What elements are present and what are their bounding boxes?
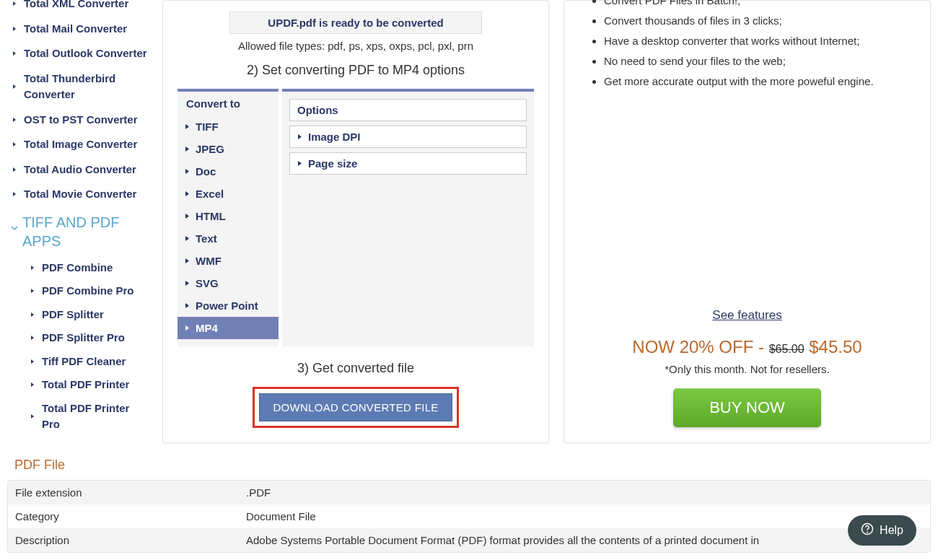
sidebar-item-label: Total Audio Converter	[24, 162, 136, 178]
format-label: HTML	[196, 210, 226, 222]
allowed-types-text: Allowed file types: pdf, ps, xps, oxps, …	[177, 40, 534, 52]
sidebar-item[interactable]: PDF Combine	[11, 256, 148, 280]
chevron-right-icon	[29, 287, 36, 294]
promo-new-price: $45.50	[809, 337, 862, 356]
sidebar-item[interactable]: Total PDF Printer	[11, 373, 148, 397]
format-label: Excel	[196, 188, 224, 200]
sidebar-item[interactable]: Total PDF Printer Pro	[11, 397, 148, 437]
triangle-right-icon	[185, 123, 190, 130]
chevron-right-icon	[11, 166, 18, 173]
sidebar-item-label: PDF Combine Pro	[42, 283, 134, 299]
sidebar-item[interactable]: Total Mail Converter	[11, 17, 148, 42]
format-item[interactable]: TIFF	[177, 115, 279, 138]
promo-price: NOW 20% OFF - $65.00 $45.50	[579, 337, 916, 357]
feature-bullet: Have a desktop converter that works with…	[604, 31, 916, 51]
triangle-right-icon	[297, 134, 302, 140]
feature-bullet: Get more accurate output with the more p…	[604, 71, 916, 92]
step3-title: 3) Get converted file	[177, 361, 534, 376]
triangle-right-icon	[185, 280, 190, 286]
sidebar-item[interactable]: PDF Splitter Pro	[11, 326, 148, 350]
triangle-right-icon	[185, 191, 190, 197]
format-label: Doc	[196, 165, 216, 178]
sidebar-item-label: PDF Combine	[42, 260, 113, 276]
format-label: Power Point	[196, 299, 258, 312]
option-row[interactable]: Image DPI	[289, 126, 527, 148]
sidebar-item-label: Total Movie Converter	[24, 186, 136, 203]
see-features-link[interactable]: See features	[712, 308, 781, 322]
feature-list: Convert PDF Files in Batch!;Convert thou…	[579, 0, 916, 92]
format-label: MP4	[196, 322, 218, 334]
buy-now-button[interactable]: BUY NOW	[673, 388, 821, 427]
sidebar-item[interactable]: OST to PST Converter	[11, 108, 148, 133]
sidebar: Total XML ConverterTotal Mail ConverterT…	[0, 0, 155, 443]
option-label: Image DPI	[308, 131, 361, 143]
feature-bullet: Convert PDF Files in Batch!;	[604, 0, 916, 11]
sidebar-item[interactable]: Total Movie Converter	[11, 182, 148, 207]
format-item[interactable]: Text	[177, 227, 279, 250]
file-ready-box: UPDF.pdf is ready to be converted	[229, 12, 482, 34]
format-item[interactable]: JPEG	[177, 138, 279, 160]
format-item[interactable]: Doc	[177, 160, 279, 183]
promo-old-price: $65.00	[769, 343, 805, 355]
table-row: CategoryDocument File	[8, 504, 930, 528]
feature-bullet: No need to send your files to the web;	[604, 51, 916, 71]
chevron-right-icon	[29, 413, 36, 420]
format-label: JPEG	[196, 143, 224, 155]
svg-point-1	[867, 532, 868, 533]
sidebar-item-label: Total XML Converter	[24, 0, 128, 12]
sidebar-item[interactable]: Total Audio Converter	[11, 157, 148, 183]
promo-panel: Convert PDF Files in Batch!;Convert thou…	[564, 0, 931, 443]
table-key: Description	[15, 534, 246, 546]
sidebar-item-label: Total Thunderbird Converter	[24, 71, 148, 103]
triangle-right-icon	[185, 325, 190, 331]
triangle-right-icon	[185, 302, 190, 309]
sidebar-item[interactable]: Total Image Converter	[11, 132, 148, 157]
help-button[interactable]: Help	[848, 515, 916, 546]
options-header: Options	[289, 99, 527, 121]
format-item[interactable]: Excel	[177, 183, 279, 205]
sidebar-category-header[interactable]: TIFF AND PDF APPS	[11, 207, 148, 256]
chevron-right-icon	[11, 141, 18, 148]
sidebar-item-label: Total PDF Printer Pro	[42, 401, 148, 433]
pdf-info-table: File extension.PDFCategoryDocument FileD…	[7, 480, 931, 553]
download-button[interactable]: DOWNLOAD CONVERTED FILE	[259, 393, 452, 421]
sidebar-item[interactable]: Total Outlook Converter	[11, 41, 148, 66]
convert-to-box: Convert to TIFFJPEGDocExcelHTMLTextWMFSV…	[177, 89, 279, 346]
sidebar-item-label: PDF Splitter	[42, 307, 104, 323]
format-label: WMF	[196, 255, 222, 267]
format-item[interactable]: SVG	[177, 272, 279, 294]
triangle-right-icon	[185, 213, 190, 219]
chevron-right-icon	[11, 25, 18, 32]
conversion-panel: UPDF.pdf is ready to be converted Allowe…	[162, 0, 549, 443]
convert-to-header: Convert to	[177, 92, 279, 115]
sidebar-item[interactable]: PDF Combine Pro	[11, 279, 148, 303]
format-item[interactable]: WMF	[177, 250, 279, 272]
table-row: DescriptionAdobe Systems Portable Docume…	[8, 528, 930, 552]
chevron-right-icon	[11, 0, 18, 7]
sidebar-item[interactable]: Total Thunderbird Converter	[11, 66, 148, 108]
format-label: SVG	[196, 277, 219, 289]
table-value: .PDF	[246, 486, 923, 499]
format-item[interactable]: Power Point	[177, 294, 279, 317]
sidebar-item-label: OST to PST Converter	[24, 112, 138, 128]
options-box: Options Image DPIPage size	[282, 89, 534, 346]
format-item[interactable]: MP4	[177, 317, 279, 339]
sidebar-item[interactable]: Tiff PDF Cleaner	[11, 350, 148, 374]
chevron-right-icon	[29, 311, 36, 318]
chevron-right-icon	[11, 50, 18, 57]
format-item[interactable]: HTML	[177, 205, 279, 227]
download-highlight-outline: DOWNLOAD CONVERTED FILE	[253, 387, 458, 428]
table-key: File extension	[15, 486, 246, 499]
promo-note: *Only this month. Not for resellers.	[579, 363, 916, 375]
chevron-right-icon	[11, 116, 18, 123]
sidebar-item-label: PDF Splitter Pro	[42, 330, 125, 346]
sidebar-item-label: Total Mail Converter	[24, 21, 127, 38]
sidebar-item[interactable]: PDF Splitter	[11, 303, 148, 327]
triangle-right-icon	[185, 235, 190, 242]
sidebar-item[interactable]: Total XML Converter	[11, 0, 148, 17]
format-label: Text	[196, 232, 217, 245]
table-value: Adobe Systems Portable Document Format (…	[246, 534, 923, 546]
chevron-down-icon	[11, 217, 18, 236]
option-row[interactable]: Page size	[289, 152, 527, 175]
sidebar-item-label: Total Image Converter	[24, 136, 137, 153]
